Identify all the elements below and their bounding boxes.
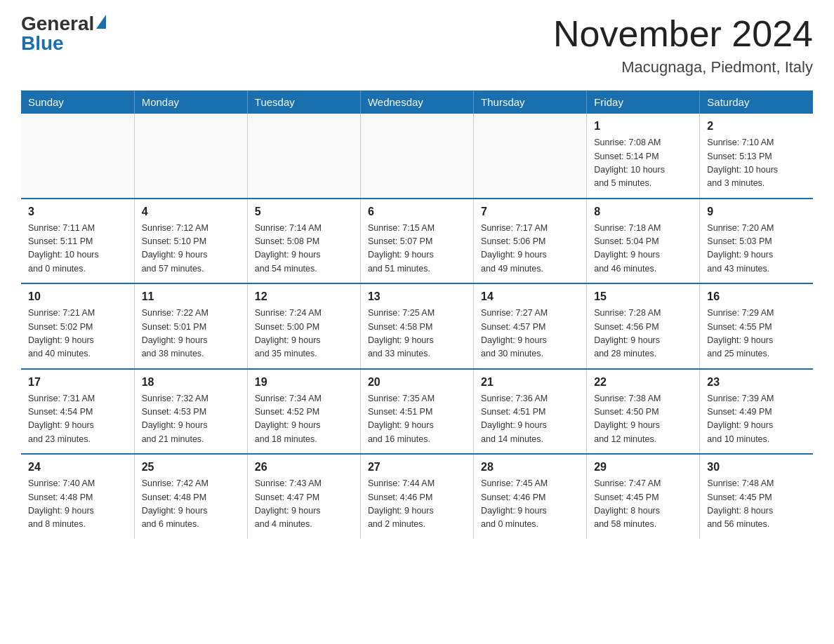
calendar-cell: 14Sunrise: 7:27 AM Sunset: 4:57 PM Dayli… — [474, 283, 587, 369]
day-number: 30 — [707, 459, 806, 476]
day-number: 18 — [142, 374, 240, 391]
day-info: Sunrise: 7:15 AM Sunset: 5:07 PM Dayligh… — [368, 222, 466, 276]
logo-general-text: General — [21, 14, 94, 34]
calendar-cell: 26Sunrise: 7:43 AM Sunset: 4:47 PM Dayli… — [247, 454, 360, 539]
calendar-cell: 19Sunrise: 7:34 AM Sunset: 4:52 PM Dayli… — [247, 369, 360, 455]
calendar-cell: 20Sunrise: 7:35 AM Sunset: 4:51 PM Dayli… — [360, 369, 473, 455]
calendar-cell: 13Sunrise: 7:25 AM Sunset: 4:58 PM Dayli… — [360, 283, 473, 369]
calendar-cell: 1Sunrise: 7:08 AM Sunset: 5:14 PM Daylig… — [587, 114, 700, 199]
day-info: Sunrise: 7:18 AM Sunset: 5:04 PM Dayligh… — [594, 222, 692, 276]
day-info: Sunrise: 7:29 AM Sunset: 4:55 PM Dayligh… — [707, 307, 806, 361]
day-number: 25 — [142, 459, 240, 476]
month-title: November 2024 — [553, 14, 813, 54]
calendar-cell: 29Sunrise: 7:47 AM Sunset: 4:45 PM Dayli… — [587, 454, 700, 539]
day-info: Sunrise: 7:11 AM Sunset: 5:11 PM Dayligh… — [28, 222, 127, 276]
day-number: 7 — [481, 203, 579, 220]
day-number: 29 — [594, 459, 692, 476]
calendar-cell: 7Sunrise: 7:17 AM Sunset: 5:06 PM Daylig… — [474, 199, 587, 284]
calendar-cell: 28Sunrise: 7:45 AM Sunset: 4:46 PM Dayli… — [474, 454, 587, 539]
day-number: 24 — [28, 459, 127, 476]
day-info: Sunrise: 7:45 AM Sunset: 4:46 PM Dayligh… — [481, 477, 579, 532]
day-number: 12 — [255, 288, 353, 305]
calendar-cell: 15Sunrise: 7:28 AM Sunset: 4:56 PM Dayli… — [587, 283, 700, 369]
calendar-cell — [134, 114, 247, 199]
location-subtitle: Macugnaga, Piedmont, Italy — [553, 58, 813, 76]
day-number: 3 — [28, 203, 127, 220]
day-info: Sunrise: 7:10 AM Sunset: 5:13 PM Dayligh… — [707, 136, 806, 191]
day-info: Sunrise: 7:38 AM Sunset: 4:50 PM Dayligh… — [594, 392, 692, 447]
calendar-body: 1Sunrise: 7:08 AM Sunset: 5:14 PM Daylig… — [21, 114, 813, 539]
calendar-cell: 10Sunrise: 7:21 AM Sunset: 5:02 PM Dayli… — [21, 283, 134, 369]
day-info: Sunrise: 7:39 AM Sunset: 4:49 PM Dayligh… — [707, 392, 806, 447]
day-info: Sunrise: 7:48 AM Sunset: 4:45 PM Dayligh… — [707, 477, 806, 532]
day-number: 26 — [255, 459, 353, 476]
day-info: Sunrise: 7:36 AM Sunset: 4:51 PM Dayligh… — [481, 392, 579, 447]
weekday-header-row: SundayMondayTuesdayWednesdayThursdayFrid… — [21, 90, 813, 114]
day-number: 23 — [707, 374, 806, 391]
day-number: 15 — [594, 288, 692, 305]
day-info: Sunrise: 7:44 AM Sunset: 4:46 PM Dayligh… — [368, 477, 466, 532]
calendar-cell: 21Sunrise: 7:36 AM Sunset: 4:51 PM Dayli… — [474, 369, 587, 455]
calendar-cell — [21, 114, 134, 199]
day-number: 5 — [255, 203, 353, 220]
weekday-header-friday: Friday — [587, 90, 700, 114]
weekday-header-monday: Monday — [134, 90, 247, 114]
calendar-cell: 9Sunrise: 7:20 AM Sunset: 5:03 PM Daylig… — [700, 199, 813, 284]
day-number: 9 — [707, 203, 806, 220]
weekday-header-thursday: Thursday — [474, 90, 587, 114]
weekday-header-saturday: Saturday — [700, 90, 813, 114]
day-number: 1 — [594, 118, 692, 135]
calendar-cell: 3Sunrise: 7:11 AM Sunset: 5:11 PM Daylig… — [21, 199, 134, 284]
day-number: 10 — [28, 288, 127, 305]
day-info: Sunrise: 7:14 AM Sunset: 5:08 PM Dayligh… — [255, 222, 353, 276]
day-info: Sunrise: 7:32 AM Sunset: 4:53 PM Dayligh… — [142, 392, 240, 447]
calendar-cell: 22Sunrise: 7:38 AM Sunset: 4:50 PM Dayli… — [587, 369, 700, 455]
day-number: 6 — [368, 203, 466, 220]
day-number: 4 — [142, 203, 240, 220]
calendar-week-row: 10Sunrise: 7:21 AM Sunset: 5:02 PM Dayli… — [21, 283, 813, 369]
day-info: Sunrise: 7:34 AM Sunset: 4:52 PM Dayligh… — [255, 392, 353, 447]
calendar-week-row: 24Sunrise: 7:40 AM Sunset: 4:48 PM Dayli… — [21, 454, 813, 539]
day-number: 22 — [594, 374, 692, 391]
day-info: Sunrise: 7:24 AM Sunset: 5:00 PM Dayligh… — [255, 307, 353, 361]
calendar-cell: 11Sunrise: 7:22 AM Sunset: 5:01 PM Dayli… — [134, 283, 247, 369]
day-number: 16 — [707, 288, 806, 305]
page-header: General Blue November 2024 Macugnaga, Pi… — [21, 14, 813, 76]
day-info: Sunrise: 7:12 AM Sunset: 5:10 PM Dayligh… — [142, 222, 240, 276]
calendar-cell: 18Sunrise: 7:32 AM Sunset: 4:53 PM Dayli… — [134, 369, 247, 455]
day-number: 28 — [481, 459, 579, 476]
logo-blue-text: Blue — [21, 34, 64, 53]
weekday-header-tuesday: Tuesday — [247, 90, 360, 114]
calendar-cell — [360, 114, 473, 199]
weekday-header-wednesday: Wednesday — [360, 90, 473, 114]
day-number: 2 — [707, 118, 806, 135]
day-info: Sunrise: 7:21 AM Sunset: 5:02 PM Dayligh… — [28, 307, 127, 361]
calendar-cell: 12Sunrise: 7:24 AM Sunset: 5:00 PM Dayli… — [247, 283, 360, 369]
calendar-cell: 5Sunrise: 7:14 AM Sunset: 5:08 PM Daylig… — [247, 199, 360, 284]
calendar-cell: 23Sunrise: 7:39 AM Sunset: 4:49 PM Dayli… — [700, 369, 813, 455]
calendar-cell: 16Sunrise: 7:29 AM Sunset: 4:55 PM Dayli… — [700, 283, 813, 369]
calendar-week-row: 1Sunrise: 7:08 AM Sunset: 5:14 PM Daylig… — [21, 114, 813, 199]
day-number: 14 — [481, 288, 579, 305]
day-info: Sunrise: 7:35 AM Sunset: 4:51 PM Dayligh… — [368, 392, 466, 447]
day-info: Sunrise: 7:43 AM Sunset: 4:47 PM Dayligh… — [255, 477, 353, 532]
calendar-header: SundayMondayTuesdayWednesdayThursdayFrid… — [21, 90, 813, 114]
day-number: 8 — [594, 203, 692, 220]
calendar-cell: 25Sunrise: 7:42 AM Sunset: 4:48 PM Dayli… — [134, 454, 247, 539]
day-number: 27 — [368, 459, 466, 476]
calendar-cell: 6Sunrise: 7:15 AM Sunset: 5:07 PM Daylig… — [360, 199, 473, 284]
weekday-header-sunday: Sunday — [21, 90, 134, 114]
day-number: 13 — [368, 288, 466, 305]
day-info: Sunrise: 7:47 AM Sunset: 4:45 PM Dayligh… — [594, 477, 692, 532]
day-number: 21 — [481, 374, 579, 391]
calendar-cell: 2Sunrise: 7:10 AM Sunset: 5:13 PM Daylig… — [700, 114, 813, 199]
calendar-cell: 30Sunrise: 7:48 AM Sunset: 4:45 PM Dayli… — [700, 454, 813, 539]
calendar-cell — [247, 114, 360, 199]
calendar-week-row: 17Sunrise: 7:31 AM Sunset: 4:54 PM Dayli… — [21, 369, 813, 455]
day-info: Sunrise: 7:08 AM Sunset: 5:14 PM Dayligh… — [594, 136, 692, 191]
day-number: 20 — [368, 374, 466, 391]
calendar-cell: 8Sunrise: 7:18 AM Sunset: 5:04 PM Daylig… — [587, 199, 700, 284]
day-number: 11 — [142, 288, 240, 305]
day-info: Sunrise: 7:25 AM Sunset: 4:58 PM Dayligh… — [368, 307, 466, 361]
day-number: 17 — [28, 374, 127, 391]
